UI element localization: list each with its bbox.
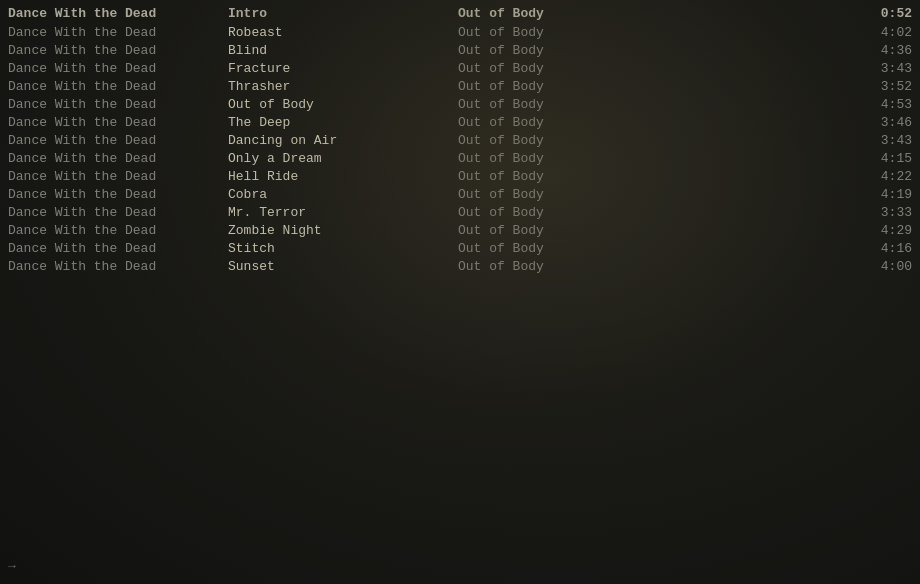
track-row[interactable]: Dance With the DeadHell RideOut of Body4… (0, 168, 920, 186)
track-album: Out of Body (458, 25, 852, 40)
track-duration: 4:36 (852, 43, 912, 58)
track-row[interactable]: Dance With the DeadThrasherOut of Body3:… (0, 78, 920, 96)
header-duration: 0:52 (852, 6, 912, 21)
track-title: Robeast (228, 25, 458, 40)
track-list: Dance With the Dead Intro Out of Body 0:… (0, 0, 920, 276)
track-artist: Dance With the Dead (8, 169, 228, 184)
track-title: Stitch (228, 241, 458, 256)
track-row[interactable]: Dance With the DeadStitchOut of Body4:16 (0, 240, 920, 258)
track-duration: 4:00 (852, 259, 912, 274)
track-album: Out of Body (458, 223, 852, 238)
track-row[interactable]: Dance With the DeadOut of BodyOut of Bod… (0, 96, 920, 114)
track-duration: 3:43 (852, 133, 912, 148)
track-title: Out of Body (228, 97, 458, 112)
header-album: Out of Body (458, 6, 852, 21)
track-album: Out of Body (458, 241, 852, 256)
track-duration: 3:43 (852, 61, 912, 76)
track-album: Out of Body (458, 205, 852, 220)
track-artist: Dance With the Dead (8, 205, 228, 220)
track-list-header: Dance With the Dead Intro Out of Body 0:… (0, 4, 920, 24)
track-duration: 4:19 (852, 187, 912, 202)
track-title: The Deep (228, 115, 458, 130)
track-title: Hell Ride (228, 169, 458, 184)
track-duration: 4:02 (852, 25, 912, 40)
track-row[interactable]: Dance With the DeadMr. TerrorOut of Body… (0, 204, 920, 222)
track-artist: Dance With the Dead (8, 79, 228, 94)
track-row[interactable]: Dance With the DeadZombie NightOut of Bo… (0, 222, 920, 240)
track-row[interactable]: Dance With the DeadOnly a DreamOut of Bo… (0, 150, 920, 168)
track-title: Only a Dream (228, 151, 458, 166)
track-title: Mr. Terror (228, 205, 458, 220)
track-duration: 4:22 (852, 169, 912, 184)
track-duration: 3:46 (852, 115, 912, 130)
track-artist: Dance With the Dead (8, 97, 228, 112)
track-duration: 3:33 (852, 205, 912, 220)
track-row[interactable]: Dance With the DeadDancing on AirOut of … (0, 132, 920, 150)
track-title: Fracture (228, 61, 458, 76)
track-album: Out of Body (458, 43, 852, 58)
track-album: Out of Body (458, 187, 852, 202)
track-artist: Dance With the Dead (8, 115, 228, 130)
track-duration: 4:16 (852, 241, 912, 256)
track-album: Out of Body (458, 61, 852, 76)
track-album: Out of Body (458, 169, 852, 184)
track-artist: Dance With the Dead (8, 187, 228, 202)
track-album: Out of Body (458, 151, 852, 166)
track-artist: Dance With the Dead (8, 151, 228, 166)
track-duration: 4:29 (852, 223, 912, 238)
track-artist: Dance With the Dead (8, 223, 228, 238)
track-artist: Dance With the Dead (8, 259, 228, 274)
track-title: Thrasher (228, 79, 458, 94)
track-row[interactable]: Dance With the DeadCobraOut of Body4:19 (0, 186, 920, 204)
track-artist: Dance With the Dead (8, 43, 228, 58)
header-title: Intro (228, 6, 458, 21)
track-title: Zombie Night (228, 223, 458, 238)
track-artist: Dance With the Dead (8, 133, 228, 148)
track-title: Blind (228, 43, 458, 58)
track-row[interactable]: Dance With the DeadFractureOut of Body3:… (0, 60, 920, 78)
track-row[interactable]: Dance With the DeadThe DeepOut of Body3:… (0, 114, 920, 132)
track-duration: 4:53 (852, 97, 912, 112)
track-album: Out of Body (458, 115, 852, 130)
track-duration: 3:52 (852, 79, 912, 94)
track-title: Sunset (228, 259, 458, 274)
track-album: Out of Body (458, 133, 852, 148)
track-album: Out of Body (458, 97, 852, 112)
track-title: Dancing on Air (228, 133, 458, 148)
track-artist: Dance With the Dead (8, 241, 228, 256)
arrow-icon: → (8, 559, 16, 574)
track-row[interactable]: Dance With the DeadSunsetOut of Body4:00 (0, 258, 920, 276)
track-artist: Dance With the Dead (8, 25, 228, 40)
track-album: Out of Body (458, 259, 852, 274)
track-row[interactable]: Dance With the DeadBlindOut of Body4:36 (0, 42, 920, 60)
track-title: Cobra (228, 187, 458, 202)
track-artist: Dance With the Dead (8, 61, 228, 76)
track-row[interactable]: Dance With the DeadRobeastOut of Body4:0… (0, 24, 920, 42)
header-artist: Dance With the Dead (8, 6, 228, 21)
track-album: Out of Body (458, 79, 852, 94)
track-duration: 4:15 (852, 151, 912, 166)
